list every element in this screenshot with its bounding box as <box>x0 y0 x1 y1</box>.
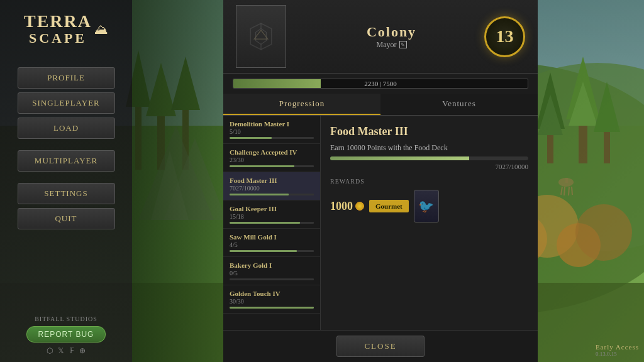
logo: Terra Scape ⛰ <box>18 6 114 53</box>
logo-scape: Scape <box>24 30 92 47</box>
achievement-name: Demolition Master I <box>230 120 314 128</box>
list-item[interactable]: Demolition Master I 5/10 <box>223 116 320 144</box>
achievement-detail: Food Master III Earn 10000 Points with t… <box>321 116 538 330</box>
tab-ventures[interactable]: Ventures <box>380 94 538 115</box>
achievement-name: Saw Mill Gold I <box>230 233 314 241</box>
rewards-label: Rewards <box>330 178 528 185</box>
content-area: Demolition Master I 5/10 Challenge Accep… <box>223 116 538 330</box>
list-item[interactable]: Goal Keeper III 15/18 <box>223 200 320 229</box>
close-button[interactable]: Close <box>336 336 425 357</box>
xp-bar-container: 2230 | 7500 <box>223 74 538 94</box>
close-button-container: Close <box>223 330 538 362</box>
guild-emblem <box>236 5 286 68</box>
main-panel: Colony Mayor ✎ 13 2230 | 7500 Progressio… <box>223 0 538 362</box>
achievement-bar-bg <box>230 278 314 280</box>
sidebar-item-settings[interactable]: Settings <box>18 183 115 204</box>
report-bug-button[interactable]: Report Bug <box>26 326 106 343</box>
achievement-list: Demolition Master I 5/10 Challenge Accep… <box>223 116 321 330</box>
version-number: 0.13.0.15 <box>596 351 639 357</box>
twitter-icon[interactable]: 𝕏 <box>58 346 64 356</box>
social-icons: ⬡ 𝕏 𝔽 ⊕ <box>47 346 86 356</box>
achievement-progress: 23/30 <box>230 156 314 163</box>
panel-header: Colony Mayor ✎ 13 <box>223 0 538 74</box>
xp-text: 2230 | 7500 <box>233 80 528 87</box>
list-item[interactable]: Saw Mill Gold I 4/5 <box>223 229 320 257</box>
detail-description: Earn 10000 Points with the Food Deck <box>330 143 528 153</box>
achievement-bar-fill <box>230 137 272 139</box>
web-icon[interactable]: ⊕ <box>79 346 86 356</box>
achievement-bar-bg <box>230 307 314 309</box>
studio-label: Bitfall Studios <box>35 315 97 322</box>
edit-icon[interactable]: ✎ <box>399 41 407 48</box>
achievement-bar-bg <box>230 222 314 224</box>
reward-amount: 1000 <box>330 200 353 213</box>
sidebar-item-multiplayer[interactable]: Multiplayer <box>18 150 115 172</box>
detail-progress-bar-fill <box>330 156 469 160</box>
achievement-bar-fill <box>230 222 300 224</box>
sidebar-scene-bg <box>132 0 223 362</box>
achievement-name: Goal Keeper III <box>230 205 314 212</box>
reward-badge-gourmet[interactable]: Gourmet <box>369 200 409 212</box>
achievement-progress: 5/10 <box>230 128 314 135</box>
achievement-bar-bg <box>230 250 314 252</box>
achievement-name: Food Master III <box>230 177 314 184</box>
achievement-bar-fill <box>230 307 314 309</box>
reward-gold: 1000 <box>330 200 364 213</box>
achievement-progress: 0/5 <box>230 270 314 277</box>
card-icon: 🐦 <box>418 199 434 214</box>
sidebar: Terra Scape ⛰ Profile Singleplayer Load … <box>0 0 132 362</box>
gold-icon <box>355 202 364 211</box>
tabs-bar: Progression Ventures <box>223 94 538 116</box>
list-item[interactable]: Golden Touch IV 30/30 <box>223 285 320 314</box>
logo-icon: ⛰ <box>94 21 108 38</box>
achievement-name: Golden Touch IV <box>230 290 314 297</box>
list-item-active[interactable]: Food Master III 7027/10000 <box>223 172 320 200</box>
achievement-bar-fill <box>230 165 294 167</box>
achievement-bar-bg <box>230 137 314 139</box>
achievement-bar-fill <box>230 250 297 252</box>
achievement-bar-fill <box>230 194 289 195</box>
achievement-progress: 7027/10000 <box>230 185 314 192</box>
colony-title: Colony <box>299 24 484 40</box>
role-label: Mayor <box>377 40 397 50</box>
sidebar-item-load[interactable]: Load <box>18 118 115 139</box>
colony-subtitle: Mayor ✎ <box>299 40 484 50</box>
sidebar-item-profile[interactable]: Profile <box>18 67 115 89</box>
achievement-bar-bg <box>230 194 314 195</box>
sidebar-item-quit[interactable]: Quit <box>18 208 115 229</box>
achievement-progress: 4/5 <box>230 241 314 248</box>
reward-card[interactable]: 🐦 <box>414 190 439 222</box>
achievement-bar-bg <box>230 165 314 167</box>
discord-icon[interactable]: ⬡ <box>47 346 53 356</box>
detail-title: Food Master III <box>330 125 528 138</box>
xp-bar-background: 2230 | 7500 <box>233 79 528 89</box>
colony-info: Colony Mayor ✎ <box>286 24 484 50</box>
achievement-progress: 30/30 <box>230 298 314 305</box>
level-badge: 13 <box>484 16 525 57</box>
detail-progress-bar-bg <box>330 156 528 160</box>
tab-progression[interactable]: Progression <box>223 94 380 115</box>
early-access-label: Early Access <box>596 343 639 351</box>
level-number: 13 <box>496 26 514 47</box>
sidebar-bottom: Bitfall Studios Report Bug ⬡ 𝕏 𝔽 ⊕ <box>0 315 132 356</box>
detail-fraction: 7027/10000 <box>330 163 528 170</box>
right-scene-bg <box>538 0 644 362</box>
version-info: Early Access 0.13.0.15 <box>596 343 639 357</box>
logo-terra: Terra <box>24 13 92 30</box>
achievement-name: Challenge Accepted IV <box>230 148 314 156</box>
achievement-name: Bakery Gold I <box>230 261 314 269</box>
sidebar-item-singleplayer[interactable]: Singleplayer <box>18 92 115 114</box>
list-item[interactable]: Bakery Gold I 0/5 <box>223 257 320 285</box>
emblem-symbol-svg <box>245 21 277 52</box>
achievement-progress: 15/18 <box>230 213 314 220</box>
list-item[interactable]: Challenge Accepted IV 23/30 <box>223 144 320 172</box>
rewards-row: 1000 Gourmet 🐦 <box>330 190 528 222</box>
svg-marker-35 <box>256 29 267 45</box>
facebook-icon[interactable]: 𝔽 <box>69 346 74 356</box>
